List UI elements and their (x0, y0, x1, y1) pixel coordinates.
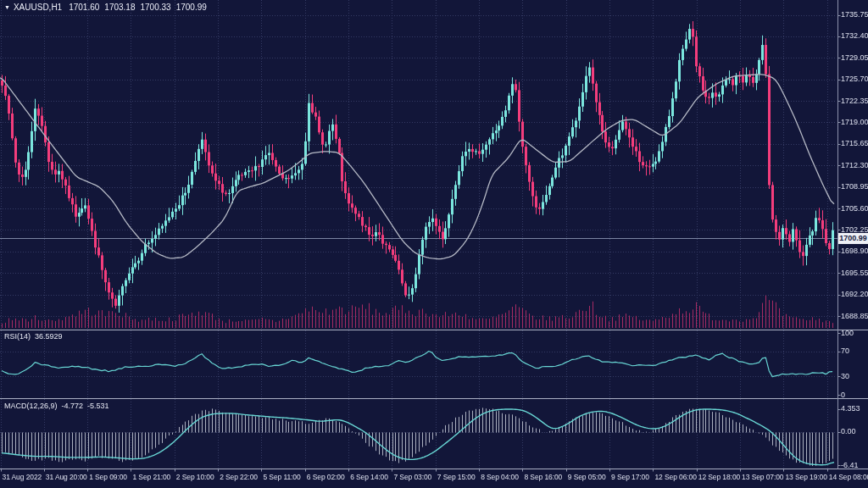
time-axis[interactable] (0, 469, 868, 488)
chart-window: ▼XAUUSD,H11701.601703.181700.331700.99 R… (0, 0, 868, 488)
current-price-tag: 1700.99 (838, 233, 868, 244)
main-chart-panel[interactable] (0, 0, 837, 330)
macd-panel[interactable] (0, 399, 837, 469)
rsi-panel[interactable] (0, 330, 837, 398)
